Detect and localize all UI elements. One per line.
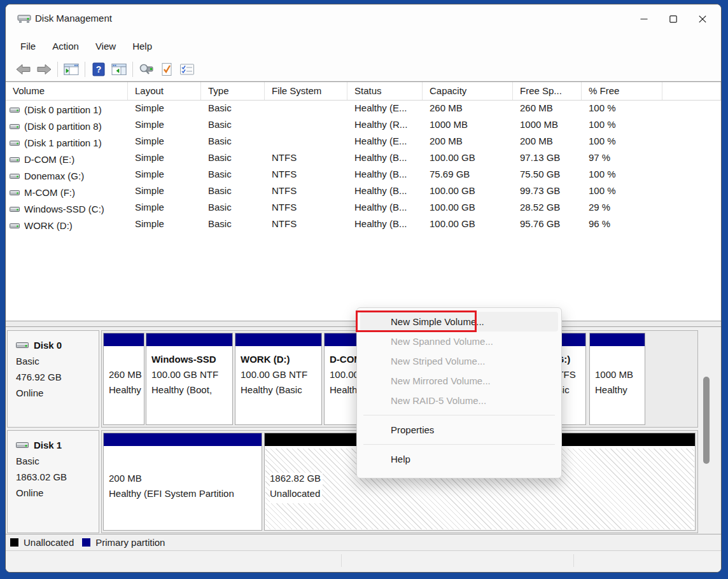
partition-status: Healthy: [109, 384, 142, 400]
volume-row[interactable]: D-COM (E:)SimpleBasicNTFSHealthy (B...10…: [6, 150, 721, 167]
menu-action[interactable]: Action: [44, 37, 87, 55]
refresh-disks-button[interactable]: [136, 60, 157, 78]
volume-row[interactable]: WORK (D:)SimpleBasicNTFSHealthy (B...100…: [6, 216, 721, 233]
partition-size: 1000 MB: [595, 369, 643, 384]
primary-partition-swatch: [82, 538, 90, 547]
partition-size: 1862.82 GB: [270, 473, 323, 488]
cell-layout: Simple: [128, 183, 201, 200]
volume-row[interactable]: (Disk 0 partition 8)SimpleBasicHealthy (…: [6, 117, 721, 134]
cell-type: Basic: [201, 200, 265, 216]
volume-row[interactable]: (Disk 0 partition 1)SimpleBasicHealthy (…: [6, 101, 721, 117]
toolbar: ?: [6, 58, 721, 81]
menu-separator: [363, 444, 555, 445]
column-header-layout[interactable]: Layout: [128, 82, 201, 100]
cell-status: Healthy (B...: [347, 150, 423, 167]
cell-type: Basic: [201, 134, 265, 150]
disk0-info-panel[interactable]: Disk 0 Basic 476.92 GB Online: [7, 330, 99, 428]
partition-disk1-efi[interactable]: 200 MBHealthy (EFI System Partition: [103, 433, 262, 531]
cell-status: Healthy (E...: [347, 101, 423, 117]
menu-file[interactable]: File: [12, 37, 44, 55]
menu-help[interactable]: Help: [124, 37, 160, 55]
column-header-pct-free[interactable]: % Free: [582, 82, 662, 100]
volume-row[interactable]: (Disk 1 partition 1)SimpleBasicHealthy (…: [6, 134, 721, 150]
cell-volume: (Disk 0 partition 1): [6, 101, 128, 117]
menu-item-new-striped-volume[interactable]: New Striped Volume...: [360, 351, 558, 371]
cell-capacity: 100.00 GB: [423, 200, 513, 216]
menu-item-new-raid5-volume[interactable]: New RAID-5 Volume...: [360, 391, 558, 410]
cell-volume: Windows-SSD (C:): [6, 200, 128, 216]
volume-row[interactable]: Donemax (G:)SimpleBasicNTFSHealthy (B...…: [6, 167, 721, 183]
cell-file-system: NTFS: [265, 183, 347, 200]
cell-capacity: 260 MB: [423, 101, 513, 117]
cell-pct-free: 29 %: [582, 200, 662, 216]
partition-disk0-efi[interactable]: 260 MBHealthy: [103, 333, 144, 425]
back-button[interactable]: [13, 60, 34, 78]
maximize-button[interactable]: [659, 4, 688, 34]
scrollbar-thumb[interactable]: [703, 377, 710, 464]
cell-pct-free: 100 %: [582, 167, 662, 183]
menu-separator: [363, 415, 555, 415]
menu-item-new-mirrored-volume[interactable]: New Mirrored Volume...: [360, 371, 558, 391]
show-console-tree-button[interactable]: [61, 60, 81, 78]
disk-list-button[interactable]: [177, 60, 197, 78]
partition-disk0-windows-ssd[interactable]: Windows-SSD100.00 GB NTFHealthy (Boot,: [146, 333, 233, 425]
window-title: Disk Management: [35, 13, 112, 24]
cell-free-space: 75.50 GB: [513, 167, 582, 183]
close-button[interactable]: [688, 4, 717, 34]
forward-button[interactable]: [34, 60, 54, 78]
volume-drive-icon: [10, 172, 20, 180]
cell-type: Basic: [201, 183, 265, 200]
cell-layout: Simple: [128, 150, 201, 167]
cell-free-space: 28.52 GB: [513, 200, 582, 216]
cell-layout: Simple: [128, 134, 201, 150]
column-header-volume[interactable]: Volume: [6, 82, 128, 100]
column-header-file-system[interactable]: File System: [265, 82, 347, 100]
column-header-free-space[interactable]: Free Sp...: [513, 82, 582, 100]
cell-pct-free: 97 %: [582, 150, 662, 167]
menu-item-help[interactable]: Help: [360, 449, 558, 469]
disk-management-window: Disk Management File Action View Help: [5, 4, 722, 573]
help-button[interactable]: ?: [88, 60, 109, 78]
cell-file-system: [265, 117, 347, 134]
menu-item-new-simple-volume[interactable]: New Simple Volume...: [360, 312, 558, 331]
partition-status: Healthy (Basic: [241, 384, 319, 400]
cell-free-space: 200 MB: [513, 134, 582, 150]
menu-item-new-spanned-volume[interactable]: New Spanned Volume...: [360, 331, 558, 351]
volume-list: Volume Layout Type File System Status Ca…: [6, 81, 721, 321]
cell-free-space: 95.76 GB: [513, 216, 582, 233]
red-annotation-box: [356, 310, 477, 332]
column-header-type[interactable]: Type: [201, 82, 265, 100]
show-action-pane-button[interactable]: [109, 60, 129, 78]
column-header-capacity[interactable]: Capacity: [423, 82, 513, 100]
volume-drive-icon: [10, 106, 20, 114]
check-disk-button[interactable]: [157, 60, 177, 78]
volume-row[interactable]: Windows-SSD (C:)SimpleBasicNTFSHealthy (…: [6, 200, 721, 216]
cell-file-system: NTFS: [265, 150, 347, 167]
menu-view[interactable]: View: [87, 37, 124, 55]
disk-label: Disk 1: [34, 440, 62, 450]
primary-partition-bar: [590, 333, 645, 347]
partition-disk0-work[interactable]: WORK (D:)100.00 GB NTFHealthy (Basic: [235, 333, 322, 425]
partition-disk0-recovery[interactable]: 1000 MBHealthy: [589, 333, 645, 425]
cell-status: Healthy (B...: [347, 216, 423, 233]
volume-row[interactable]: M-COM (F:)SimpleBasicNTFSHealthy (B...10…: [6, 183, 721, 200]
partition-name: [595, 354, 643, 369]
cell-file-system: NTFS: [265, 216, 347, 233]
cell-volume: (Disk 1 partition 1): [6, 134, 128, 150]
cell-free-space: 260 MB: [513, 101, 582, 117]
partition-status: Unallocated: [270, 488, 322, 503]
disk-label: Disk 0: [34, 340, 62, 351]
column-header-status[interactable]: Status: [347, 82, 423, 100]
cell-status: Healthy (B...: [347, 183, 423, 200]
volume-drive-icon: [10, 222, 20, 230]
graph-vertical-scrollbar[interactable]: [702, 330, 711, 531]
cell-volume: D-COM (E:): [6, 150, 128, 167]
volume-name: (Disk 0 partition 1): [24, 104, 102, 115]
volume-name: M-COM (F:): [24, 187, 75, 198]
cell-layout: Simple: [128, 167, 201, 183]
cell-capacity: 100.00 GB: [423, 183, 513, 200]
minimize-button[interactable]: [629, 4, 659, 34]
disk1-info-panel[interactable]: Disk 1 Basic 1863.02 GB Online: [7, 430, 99, 533]
status-bar: [6, 551, 721, 572]
menu-item-properties[interactable]: Properties: [360, 420, 558, 440]
